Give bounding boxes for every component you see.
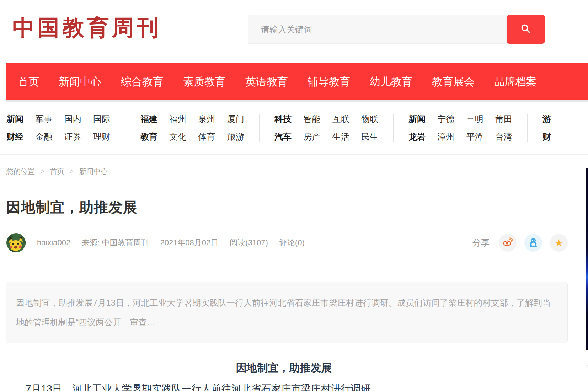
article-source: 来源: 中国教育周刊 (82, 237, 149, 248)
nav-item-general-education[interactable]: 综合教育 (121, 75, 164, 89)
search-button[interactable] (507, 15, 545, 44)
subnav-link[interactable]: 军事 (35, 110, 52, 128)
subnav-link[interactable]: 财经 (6, 128, 23, 146)
subnav-link[interactable]: 宁德 (437, 110, 454, 128)
breadcrumb-separator: > (41, 168, 44, 175)
subnav-link[interactable]: 游 (542, 110, 551, 128)
page: 中国教育周刊 首页 新闻中心 综合教育 素质教育 英语教育 辅导教育 幼儿教育 … (0, 0, 588, 391)
search-input[interactable] (248, 15, 507, 44)
subnav-link[interactable]: 汽车 (274, 128, 292, 146)
subnav-link[interactable]: 金融 (35, 128, 52, 146)
site-logo[interactable]: 中国教育周刊 (12, 13, 162, 43)
subnav-link[interactable]: 房产 (303, 128, 320, 146)
subnav-link[interactable]: 物联 (361, 110, 378, 128)
share-qzone-button[interactable]: ★ (550, 234, 568, 252)
sidebar-banner-image[interactable] (586, 168, 588, 350)
article-body-title: 因地制宜，助推发展 (0, 361, 568, 375)
subnav-link[interactable]: 泉州 (198, 110, 215, 128)
share-qq-button[interactable] (524, 234, 542, 252)
subnav-link[interactable]: 国内 (64, 110, 81, 128)
site-header: 中国教育周刊 (0, 0, 588, 63)
subnav-group-fujian: 福建 教育 福州 文化 泉州 体育 厦门 旅游 (140, 110, 244, 146)
breadcrumb-prefix: 您的位置 (6, 167, 35, 176)
subnav-group-tech: 科技 汽车 智能 房产 互联 生活 物联 民生 (274, 110, 378, 146)
qzone-star-icon: ★ (554, 237, 563, 249)
subnav-link[interactable]: 旅游 (227, 128, 244, 146)
article-meta-row: haixia002 来源: 中国教育周刊 2021年08月02日 阅读(3107… (6, 233, 568, 253)
subnav-link[interactable]: 平潭 (466, 128, 483, 146)
article-read-count: 阅读(3107) (230, 237, 268, 248)
subnav-link[interactable]: 智能 (303, 110, 320, 128)
breadcrumb-separator: > (70, 168, 74, 175)
sidebar-panel (586, 365, 588, 391)
subnav-group-clipped: 游 财 (542, 110, 551, 146)
nav-item-education-expo[interactable]: 教育展会 (432, 75, 475, 89)
article-date: 2021年08月02日 (160, 237, 218, 248)
breadcrumb-home[interactable]: 首页 (50, 167, 64, 176)
subnav-link[interactable]: 互联 (332, 110, 349, 128)
subnav-link[interactable]: 文化 (169, 128, 186, 146)
subnav-divider (527, 114, 528, 142)
share-weibo-button[interactable] (499, 234, 517, 252)
nav-item-tutoring-education[interactable]: 辅导教育 (308, 75, 350, 89)
subnav-link[interactable]: 福建 (140, 110, 157, 128)
subnav-link[interactable]: 教育 (140, 128, 157, 146)
search-bar (248, 15, 545, 44)
subnav-divider (125, 114, 125, 142)
qq-icon (528, 236, 539, 249)
nav-item-quality-education[interactable]: 素质教育 (183, 75, 226, 89)
subnav-link[interactable]: 厦门 (227, 110, 244, 128)
subnav-link[interactable]: 龙岩 (408, 128, 426, 146)
nav-item-preschool-education[interactable]: 幼儿教育 (370, 75, 412, 89)
main-nav: 首页 新闻中心 综合教育 素质教育 英语教育 辅导教育 幼儿教育 教育展会 品牌… (6, 63, 588, 102)
subnav-divider (393, 114, 394, 142)
subnav-link[interactable]: 三明 (466, 110, 483, 128)
subnav-link[interactable]: 财 (542, 128, 551, 146)
section-divider (0, 154, 588, 155)
nav-item-brand-archive[interactable]: 品牌档案 (494, 75, 537, 89)
sub-nav: 新闻 财经 军事 金融 国内 证券 国际 理财 福建 教育 福州 (6, 102, 588, 154)
subnav-link[interactable]: 科技 (274, 110, 292, 128)
weibo-icon (502, 236, 513, 249)
share-label: 分享 (472, 237, 490, 248)
breadcrumb: 您的位置 > 首页 > 新闻中心 (6, 167, 588, 176)
article-body-paragraph: 7月13日，河北工业大学暑期实践队一行人前往河北省石家庄市梁庄村进行调研。 (6, 381, 562, 391)
article: 因地制宜，助推发展 (0, 198, 568, 391)
subnav-divider (259, 114, 260, 142)
subnav-link[interactable]: 证券 (64, 128, 81, 146)
subnav-group-news: 新闻 财经 军事 金融 国内 证券 国际 理财 (6, 110, 110, 146)
nav-item-home[interactable]: 首页 (18, 75, 39, 89)
subnav-link[interactable]: 体育 (198, 128, 215, 146)
subnav-link[interactable]: 台湾 (495, 128, 512, 146)
subnav-label-col: 新闻 财经 (6, 110, 23, 146)
article-comment-count: 评论(0) (279, 237, 305, 248)
author-name: haixia002 (37, 238, 70, 247)
subnav-link[interactable]: 福州 (169, 110, 186, 128)
nav-item-english-education[interactable]: 英语教育 (245, 75, 288, 89)
breadcrumb-news-center[interactable]: 新闻中心 (79, 167, 108, 176)
search-icon (520, 23, 532, 36)
subnav-link[interactable]: 新闻 (408, 110, 426, 128)
subnav-link[interactable]: 漳州 (437, 128, 454, 146)
article-summary: 因地制宜，助推发展7月13日，河北工业大学暑期实践队一行人前往河北省石家庄市梁庄… (6, 282, 568, 343)
article-title: 因地制宜，助推发展 (6, 198, 568, 217)
nav-item-news-center[interactable]: 新闻中心 (59, 75, 101, 89)
subnav-link[interactable]: 生活 (332, 128, 349, 146)
author-avatar (6, 233, 26, 252)
subnav-link[interactable]: 民生 (361, 128, 378, 146)
subnav-link[interactable]: 莆田 (495, 110, 512, 128)
subnav-group-region: 新闻 龙岩 宁德 漳州 三明 平潭 莆田 台湾 (408, 110, 512, 146)
subnav-link[interactable]: 国际 (93, 110, 110, 128)
share-bar: 分享 (472, 234, 568, 252)
subnav-link[interactable]: 新闻 (6, 110, 23, 128)
subnav-link[interactable]: 理财 (93, 128, 110, 146)
